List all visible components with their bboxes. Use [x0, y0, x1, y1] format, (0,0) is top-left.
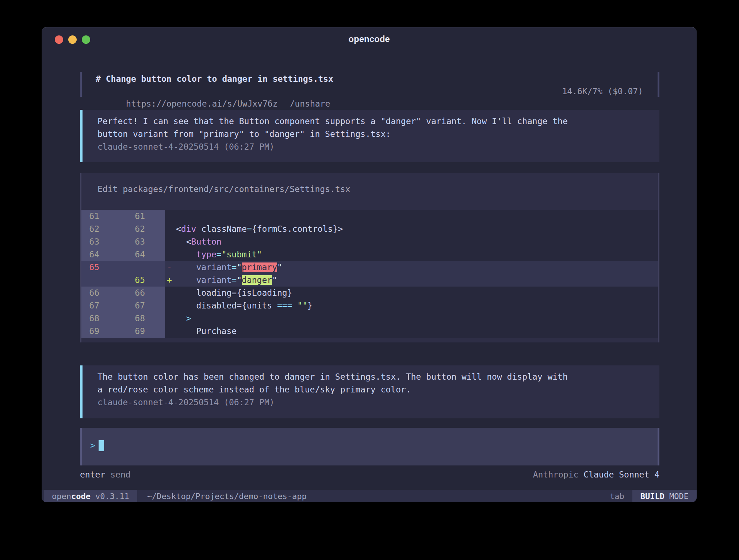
diff-line-numbers: 65: [81, 261, 165, 274]
diff-code-line: >: [176, 312, 191, 325]
app-name-open: open: [52, 492, 71, 501]
diff-marker: [165, 287, 176, 299]
assistant-message: The button color has been changed to dan…: [80, 365, 659, 418]
enter-key-hint: enter: [80, 470, 105, 479]
diff-marker: [165, 210, 176, 223]
opencode-terminal-window: opencode # Change button color to danger…: [42, 27, 697, 502]
model-indicator: AnthropicClaude Sonnet 4: [533, 470, 659, 482]
tab-key-hint: tab: [610, 492, 624, 501]
diff-line-numbers: 6464: [81, 248, 165, 261]
new-line-number: 62: [99, 223, 145, 235]
diff-marker: [165, 312, 176, 325]
diff-code-line: loading={isLoading}: [176, 287, 292, 299]
diff-row: 6767 disabled={units === ""}: [81, 299, 658, 312]
status-bar: opencodev0.3.11 ~/Desktop/Projects/demo-…: [42, 490, 697, 502]
new-line-number: 65: [99, 274, 145, 287]
diff-marker: [165, 325, 176, 338]
diff-row: 6666 loading={isLoading}: [81, 287, 658, 299]
diff-marker: [165, 223, 176, 235]
new-line-number: 66: [99, 287, 145, 299]
diff-line-numbers: 6363: [81, 235, 165, 248]
new-line-number: [99, 261, 145, 274]
send-label: send: [110, 470, 130, 479]
diff-code-line: <Button: [176, 235, 222, 248]
assistant-message: Perfect! I can see that the Button compo…: [80, 110, 659, 162]
message-line: button variant from "primary" to "danger…: [97, 128, 659, 141]
diff-code-line: <div className={formCs.controls}>: [176, 223, 343, 235]
unshare-action[interactable]: /unshare: [290, 99, 330, 108]
session-header: # Change button color to danger in setti…: [80, 72, 659, 97]
diff-row: 6262<div className={formCs.controls}>: [81, 223, 658, 235]
mode-chip: BUILDMODE: [632, 490, 697, 502]
diff-code-line: variant="danger": [176, 274, 277, 287]
old-line-number: 67: [81, 299, 99, 312]
model-name: Claude Sonnet 4: [583, 470, 659, 479]
diff-line-numbers: 6161: [81, 210, 165, 223]
share-url-link[interactable]: https://opencode.ai/s/UwJxv76z: [126, 99, 277, 108]
diff-marker: -: [165, 261, 176, 274]
diff-row: 6464 type="submit": [81, 248, 658, 261]
diff-line-numbers: 6868: [81, 312, 165, 325]
message-model-timestamp: claude-sonnet-4-20250514 (06:27 PM): [97, 141, 659, 153]
mode-name: BUILD: [640, 492, 665, 501]
diff-row: 6363 <Button: [81, 235, 658, 248]
edit-file-path: Edit packages/frontend/src/containers/Se…: [81, 173, 658, 195]
diff-code-line: type="submit": [176, 248, 262, 261]
app-version-chip: opencodev0.3.11: [44, 490, 137, 502]
message-model-timestamp: claude-sonnet-4-20250514 (06:27 PM): [97, 396, 659, 409]
diff-marker: +: [165, 274, 176, 287]
message-line: The button color has been changed to dan…: [97, 371, 659, 383]
project-path: ~/Desktop/Projects/demo-notes-app: [147, 492, 307, 501]
diff-marker: [165, 235, 176, 248]
old-line-number: 66: [81, 287, 99, 299]
new-line-number: 67: [99, 299, 145, 312]
diff-marker: [165, 299, 176, 312]
prompt-symbol: >: [90, 441, 95, 450]
text-cursor: [99, 440, 104, 451]
old-line-number: 68: [81, 312, 99, 325]
diff-line-numbers: 6262: [81, 223, 165, 235]
diff-row: 6868 >: [81, 312, 658, 325]
old-line-number: [81, 274, 99, 287]
send-hint: entersend: [80, 470, 131, 482]
mode-suffix: MODE: [669, 492, 689, 501]
message-line: a red/rose color scheme instead of the b…: [97, 383, 659, 396]
diff-row: 6161: [81, 210, 658, 223]
old-line-number: 63: [81, 235, 99, 248]
message-line: Perfect! I can see that the Button compo…: [97, 115, 659, 128]
diff-row: 6969 Purchase: [81, 325, 658, 338]
new-line-number: 63: [99, 235, 145, 248]
hints-row: entersend AnthropicClaude Sonnet 4: [80, 470, 659, 482]
app-version: v0.3.11: [95, 492, 129, 501]
token-usage: 14.6K/7% ($0.07): [562, 85, 643, 97]
window-title: opencode: [42, 34, 697, 44]
window-titlebar: opencode: [42, 27, 697, 49]
diff-table: 61616262<div className={formCs.controls}…: [81, 210, 658, 338]
diff-marker: [165, 248, 176, 261]
diff-line-numbers: 65: [81, 274, 165, 287]
old-line-number: 65: [81, 261, 99, 274]
provider-name: Anthropic: [533, 470, 579, 479]
edit-tool-block: Edit packages/frontend/src/containers/Se…: [80, 173, 659, 342]
old-line-number: 64: [81, 248, 99, 261]
new-line-number: 61: [99, 210, 145, 223]
old-line-number: 62: [81, 223, 99, 235]
diff-row: 65- variant="primary": [81, 261, 658, 274]
diff-line-numbers: 6666: [81, 287, 165, 299]
diff-code-line: Purchase: [176, 325, 237, 338]
prompt-input[interactable]: >: [80, 428, 659, 465]
diff-line-numbers: 6767: [81, 299, 165, 312]
new-line-number: 69: [99, 325, 145, 338]
diff-row: 65+ variant="danger": [81, 274, 658, 287]
diff-code-line: disabled={units === ""}: [176, 299, 313, 312]
session-title: # Change button color to danger in setti…: [96, 72, 658, 85]
diff-code-line: variant="primary": [176, 261, 282, 274]
new-line-number: 64: [99, 248, 145, 261]
old-line-number: 69: [81, 325, 99, 338]
diff-line-numbers: 6969: [81, 325, 165, 338]
old-line-number: 61: [81, 210, 99, 223]
new-line-number: 68: [99, 312, 145, 325]
app-name-code: code: [71, 492, 91, 501]
